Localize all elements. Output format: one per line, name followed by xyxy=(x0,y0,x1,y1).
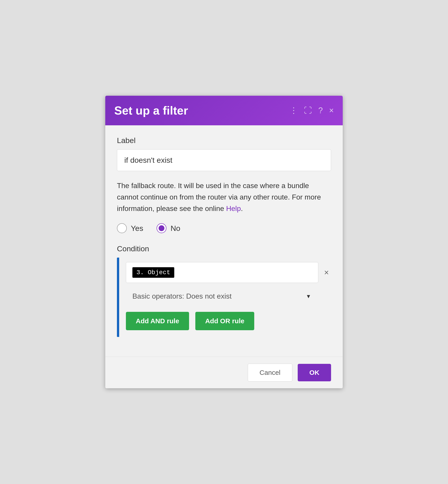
close-icon[interactable]: × xyxy=(329,106,334,115)
dialog-body: Label The fallback route. It will be use… xyxy=(105,125,343,357)
condition-clear-icon[interactable]: × xyxy=(322,266,331,279)
condition-content: 3. Object × Basic operators: Does not ex… xyxy=(119,258,331,337)
condition-tag: 3. Object xyxy=(132,267,174,278)
add-and-rule-button[interactable]: Add AND rule xyxy=(126,312,189,330)
condition-block: 3. Object × Basic operators: Does not ex… xyxy=(117,258,331,337)
radio-yes-label: Yes xyxy=(131,224,143,233)
dialog-title: Set up a filter xyxy=(114,104,188,117)
help-icon[interactable]: ? xyxy=(318,106,323,115)
add-or-rule-button[interactable]: Add OR rule xyxy=(195,312,254,330)
header-icons: ⋮ ⛶ ? × xyxy=(290,106,334,115)
ok-button[interactable]: OK xyxy=(298,364,331,381)
operator-select[interactable]: Basic operators: Does not exist ▼ xyxy=(126,287,318,305)
dialog-set-up-filter: Set up a filter ⋮ ⛶ ? × Label The fallba… xyxy=(105,96,343,388)
description-text: The fallback route. It will be used in t… xyxy=(117,180,331,214)
condition-bar xyxy=(117,258,119,337)
description-before-link: The fallback route. It will be used in t… xyxy=(117,181,321,213)
radio-no-label: No xyxy=(170,224,180,233)
radio-no-circle[interactable] xyxy=(157,223,167,233)
rule-buttons: Add AND rule Add OR rule xyxy=(126,312,331,330)
more-icon[interactable]: ⋮ xyxy=(290,106,298,115)
radio-group-fallback: Yes No xyxy=(117,223,331,233)
operator-label: Basic operators: Does not exist xyxy=(132,292,232,300)
radio-yes-circle[interactable] xyxy=(117,223,127,233)
label-input[interactable] xyxy=(117,149,331,171)
operator-arrow-icon: ▼ xyxy=(306,293,311,300)
radio-yes[interactable]: Yes xyxy=(117,223,143,233)
description-after-link: . xyxy=(241,205,243,213)
label-field-label: Label xyxy=(117,136,331,145)
condition-input-row: 3. Object × xyxy=(126,262,331,283)
radio-no[interactable]: No xyxy=(157,223,180,233)
help-link[interactable]: Help xyxy=(226,205,241,213)
dialog-footer: Cancel OK xyxy=(105,357,343,388)
cancel-button[interactable]: Cancel xyxy=(248,364,292,382)
dialog-header: Set up a filter ⋮ ⛶ ? × xyxy=(105,96,343,125)
condition-input-field[interactable]: 3. Object xyxy=(126,262,318,283)
condition-section-label: Condition xyxy=(117,244,331,253)
expand-icon[interactable]: ⛶ xyxy=(304,106,312,115)
